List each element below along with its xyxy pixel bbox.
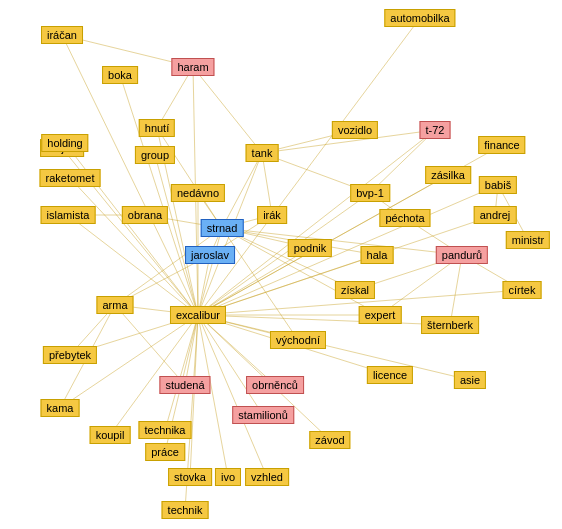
node-bvp1[interactable]: bvp-1: [350, 184, 390, 202]
svg-line-2: [115, 228, 222, 305]
svg-line-74: [193, 67, 262, 153]
node-hala[interactable]: hala: [361, 246, 394, 264]
node-prace[interactable]: práce: [145, 443, 185, 461]
node-obrana[interactable]: obrana: [122, 206, 168, 224]
svg-line-51: [190, 315, 198, 477]
node-islamista[interactable]: islamista: [41, 206, 96, 224]
svg-line-1: [198, 228, 222, 315]
node-raketomet[interactable]: raketomet: [40, 169, 101, 187]
edges-svg: [0, 0, 562, 529]
node-ivo[interactable]: ivo: [215, 468, 241, 486]
node-expert[interactable]: expert: [359, 306, 402, 324]
node-kama[interactable]: kama: [41, 399, 80, 417]
node-group[interactable]: group: [135, 146, 175, 164]
svg-line-10: [222, 228, 298, 340]
node-zasilka[interactable]: zásilka: [425, 166, 471, 184]
svg-line-22: [185, 315, 198, 385]
node-studena[interactable]: studená: [159, 376, 210, 394]
node-tank[interactable]: tank: [246, 144, 279, 162]
node-jaroslav[interactable]: jaroslav: [185, 246, 235, 264]
node-koupil[interactable]: koupil: [90, 426, 131, 444]
svg-line-36: [198, 18, 420, 315]
svg-line-27: [198, 315, 450, 325]
svg-line-4: [222, 153, 262, 228]
node-pandurov[interactable]: pandurů: [436, 246, 488, 264]
node-babis[interactable]: babiš: [479, 176, 517, 194]
node-asie[interactable]: asie: [454, 371, 486, 389]
node-vychodni[interactable]: východní: [270, 331, 326, 349]
node-technik[interactable]: technik: [162, 501, 209, 519]
node-hnuti[interactable]: hnutí: [139, 119, 175, 137]
node-zavod[interactable]: závod: [309, 431, 350, 449]
node-strnad[interactable]: strnad: [201, 219, 244, 237]
node-holding[interactable]: holding: [41, 134, 88, 152]
svg-line-20: [198, 315, 275, 385]
svg-line-52: [198, 315, 228, 477]
node-boka[interactable]: boka: [102, 66, 138, 84]
node-vozidlo[interactable]: vozidlo: [332, 121, 378, 139]
node-irak[interactable]: irák: [257, 206, 287, 224]
node-technika[interactable]: technika: [139, 421, 192, 439]
node-prebytek[interactable]: přebytek: [43, 346, 97, 364]
node-irachan[interactable]: iráčan: [41, 26, 83, 44]
node-haram[interactable]: haram: [171, 58, 214, 76]
node-ziskal[interactable]: získal: [335, 281, 375, 299]
node-andrej[interactable]: andrej: [474, 206, 517, 224]
node-stamilonu[interactable]: stamilionů: [232, 406, 294, 424]
svg-line-45: [155, 155, 198, 315]
node-podnik[interactable]: podnik: [288, 239, 332, 257]
svg-line-53: [198, 315, 267, 477]
node-t72[interactable]: t-72: [420, 121, 451, 139]
node-sternberk[interactable]: šternberk: [421, 316, 479, 334]
svg-line-49: [165, 315, 198, 430]
svg-line-21: [198, 315, 263, 415]
node-obrnencu[interactable]: obrněnců: [246, 376, 304, 394]
node-arma[interactable]: arma: [96, 296, 133, 314]
node-pechota[interactable]: péchota: [379, 209, 430, 227]
node-ministr[interactable]: ministr: [506, 231, 550, 249]
node-nedavno[interactable]: nedávno: [171, 184, 225, 202]
svg-line-67: [450, 255, 462, 325]
node-licence[interactable]: licence: [367, 366, 413, 384]
svg-line-48: [110, 315, 198, 435]
node-stovka[interactable]: stovka: [168, 468, 212, 486]
svg-line-7: [222, 228, 462, 255]
node-finance[interactable]: finance: [478, 136, 525, 154]
graph-container: iráčanbokaharamautomobilkamajitelhnutívo…: [0, 0, 562, 529]
node-vzhled[interactable]: vzhled: [245, 468, 289, 486]
node-excalibur[interactable]: excalibur: [170, 306, 226, 324]
node-automobilka[interactable]: automobilka: [384, 9, 455, 27]
node-cirtek[interactable]: círtek: [503, 281, 542, 299]
